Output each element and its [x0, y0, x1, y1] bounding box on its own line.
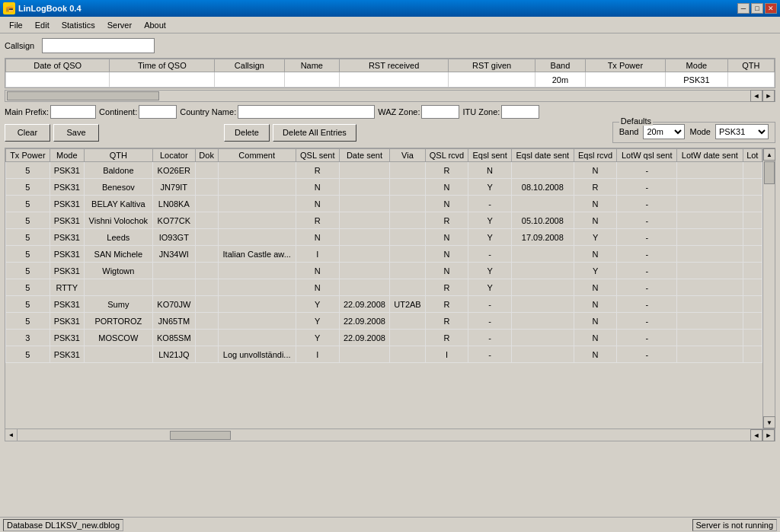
- table-cell: [390, 212, 425, 229]
- table-cell: -: [617, 246, 677, 263]
- mode-label: Mode: [689, 127, 711, 136]
- col-mode: Mode: [665, 59, 727, 72]
- table-cell: N: [574, 346, 617, 363]
- table-row[interactable]: 5PSK31PORTOROZJN65TMY22.09.2008R-N-: [6, 313, 762, 330]
- vscroll-up-btn[interactable]: ▲: [763, 148, 775, 161]
- title-bar-left: 📻 LinLogBook 0.4: [3, 2, 82, 14]
- vertical-scrollbar[interactable]: ▲ ▼: [762, 148, 775, 428]
- waz-zone-input[interactable]: [421, 105, 459, 119]
- table-cell: Y: [296, 313, 339, 330]
- bottom-hscroll[interactable]: ◄ ◄ ►: [5, 429, 775, 441]
- table-cell: [195, 162, 218, 179]
- table-cell: PSK31: [50, 246, 84, 263]
- mode-select[interactable]: PSK31 CW SSB AM FM RTTY JT65: [715, 124, 769, 139]
- table-cell: R: [574, 179, 617, 196]
- table-row[interactable]: 5PSK31BaldoneKO26ERRRNN-: [6, 162, 762, 179]
- top-hscroll[interactable]: ◄ ►: [5, 90, 775, 102]
- menu-server[interactable]: Server: [101, 19, 138, 31]
- table-cell: 3: [6, 330, 50, 346]
- table-row[interactable]: 5PSK31WigtownNNYY-: [6, 263, 762, 279]
- table-cell: R: [425, 279, 468, 296]
- menu-bar: File Edit Statistics Server About: [0, 17, 780, 33]
- table-row[interactable]: 5PSK31BenesovJN79ITNNY08.10.2008R-: [6, 179, 762, 196]
- table-cell: [390, 196, 425, 212]
- table-cell: KO70JW: [152, 296, 195, 313]
- callsign-input[interactable]: [42, 38, 155, 53]
- table-cell: KO26ER: [152, 162, 195, 179]
- table-cell: [390, 229, 425, 246]
- table-cell: [743, 346, 762, 363]
- cell-tx-power: [585, 72, 665, 88]
- menu-about[interactable]: About: [138, 19, 172, 31]
- country-name-input[interactable]: [238, 105, 375, 119]
- table-row[interactable]: 5PSK31SAN MicheleJN34WIItalian Castle aw…: [6, 246, 762, 263]
- hscroll-right-btns: ◄ ►: [750, 90, 775, 102]
- delete-button[interactable]: Delete: [224, 124, 270, 142]
- table-cell: [339, 162, 390, 179]
- dh-mode: Mode: [50, 149, 84, 162]
- dh-via: Via: [390, 149, 425, 162]
- table-cell: [339, 263, 390, 279]
- table-cell: LN21JQ: [152, 346, 195, 363]
- table-row[interactable]: 5PSK31LN21JQLog unvollständi...II-N-: [6, 346, 762, 363]
- table-cell: [339, 346, 390, 363]
- table-cell: [511, 330, 574, 346]
- col-tx-power: Tx Power: [585, 59, 665, 72]
- table-cell: [339, 246, 390, 263]
- hscroll-left-btn[interactable]: ◄: [750, 90, 762, 102]
- table-cell: [195, 330, 218, 346]
- dh-locator: Locator: [152, 149, 195, 162]
- table-cell: -: [617, 196, 677, 212]
- table-row[interactable]: 3PSK31MOSCOWKO85SMY22.09.2008R-N-: [6, 330, 762, 346]
- waz-zone-field: WAZ Zone:: [378, 105, 459, 119]
- status-right: Server is not running: [692, 519, 778, 531]
- clear-button[interactable]: Clear: [5, 124, 50, 142]
- table-cell: R: [296, 212, 339, 229]
- table-cell: -: [617, 296, 677, 313]
- main-prefix-input[interactable]: [50, 105, 96, 119]
- table-cell: N: [296, 179, 339, 196]
- table-cell: -: [468, 296, 512, 313]
- itu-zone-input[interactable]: [501, 105, 539, 119]
- hscroll-right-btn[interactable]: ►: [762, 90, 775, 102]
- table-cell: Y: [468, 279, 512, 296]
- vscroll-down-btn[interactable]: ▼: [763, 416, 775, 428]
- table-row[interactable]: 5PSK31LeedsIO93GTNNY17.09.2008Y-: [6, 229, 762, 246]
- continent-input[interactable]: [139, 105, 177, 119]
- minimize-button[interactable]: ─: [737, 3, 750, 14]
- table-cell: 5: [6, 179, 50, 196]
- vscroll-track[interactable]: [763, 161, 775, 416]
- table-cell: [743, 263, 762, 279]
- table-cell: N: [296, 263, 339, 279]
- hscroll-thumb[interactable]: [7, 91, 159, 100]
- save-button[interactable]: Save: [53, 124, 99, 142]
- table-cell: Vishni Volochok: [84, 212, 152, 229]
- bottom-scroll-right-btn2[interactable]: ►: [762, 429, 775, 441]
- cell-qth: [727, 72, 774, 88]
- table-cell: [195, 179, 218, 196]
- close-button[interactable]: ✕: [765, 3, 777, 14]
- table-row[interactable]: 5RTTYNRYN-: [6, 279, 762, 296]
- table-cell: N: [296, 229, 339, 246]
- vscroll-thumb[interactable]: [764, 161, 775, 184]
- cell-date: [6, 72, 110, 88]
- table-cell: Y: [468, 212, 512, 229]
- table-row[interactable]: 5PSK31Vishni VolochokKO77CKRRY05.10.2008…: [6, 212, 762, 229]
- table-cell: [677, 196, 743, 212]
- menu-edit[interactable]: Edit: [29, 19, 56, 31]
- maximize-button[interactable]: □: [751, 3, 763, 14]
- bottom-scroll-thumb[interactable]: [170, 431, 231, 440]
- table-row[interactable]: 5PSK31BELAY KaltivaLN08KANN-N-: [6, 196, 762, 212]
- table-cell: N: [425, 246, 468, 263]
- delete-all-button[interactable]: Delete All Entries: [273, 124, 356, 142]
- band-select[interactable]: 20m 160m 80m 40m 17m 15m 12m 10m 6m 2m: [643, 124, 685, 139]
- table-cell: [511, 296, 574, 313]
- bottom-scroll-left-btn2[interactable]: ◄: [750, 429, 762, 441]
- table-row[interactable]: 5PSK31SumyKO70JWY22.09.2008UT2ABR-N-: [6, 296, 762, 313]
- menu-statistics[interactable]: Statistics: [56, 19, 101, 31]
- table-cell: -: [617, 162, 677, 179]
- bottom-left-scroll-btn[interactable]: ◄: [5, 429, 18, 441]
- table-cell: [511, 346, 574, 363]
- bottom-scroll-track[interactable]: [18, 429, 750, 441]
- menu-file[interactable]: File: [3, 19, 29, 31]
